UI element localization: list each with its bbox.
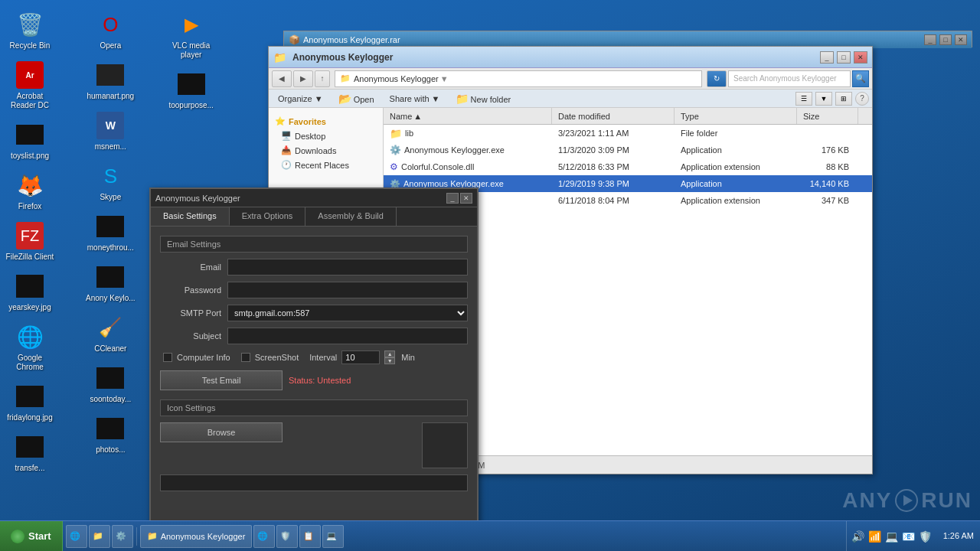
taskbar-explorer-icon[interactable]: 📁 <box>89 525 110 548</box>
taskbar-settings-icon[interactable]: ⚙️ <box>112 525 133 548</box>
email-input[interactable] <box>227 259 468 276</box>
rar-minimize-btn[interactable]: _ <box>924 34 936 45</box>
tray-icon-3[interactable]: 💻 <box>885 530 899 543</box>
start-button[interactable]: Start <box>0 521 63 551</box>
desktop-icon-vlc[interactable]: ▶ VLC media player <box>165 6 218 63</box>
toopurpose-icon <box>176 69 207 99</box>
explorer-close-btn[interactable]: ✕ <box>854 51 867 64</box>
taskbar-cmd-item[interactable]: 💻 <box>322 525 344 548</box>
tray-icon-2[interactable]: 📶 <box>868 530 882 543</box>
sidebar-item-recent-places[interactable]: 🕐 Recent Places <box>272 158 380 172</box>
rar-window[interactable]: 📦 Anonymous Keylogger.rar _ □ ✕ <box>283 31 972 47</box>
computer-info-checkbox[interactable] <box>163 353 172 362</box>
col-name-header[interactable]: Name ▲ <box>384 108 552 124</box>
desktop-icon-anon-kl[interactable]: Anony Keylo... <box>83 259 137 306</box>
interval-input[interactable] <box>341 350 380 364</box>
desktop-icon-fridaylong[interactable]: fridaylong.jpg <box>3 378 57 425</box>
address-bar[interactable]: 📁 Anonymous Keylogger ▼ <box>335 70 702 87</box>
desktop-icon-moneythrough[interactable]: moneythrou... <box>83 208 137 256</box>
desktop-icon-humanart[interactable]: humanart.png <box>83 57 137 104</box>
taskbar-anon-kl-item[interactable]: 📁 Anonymous Keylogger <box>140 525 253 548</box>
password-input[interactable] <box>227 282 468 298</box>
new-folder-menu[interactable]: 📁 New folder <box>449 91 518 106</box>
sidebar-desktop-label: Desktop <box>295 132 325 141</box>
share-with-menu[interactable]: Share with ▼ <box>384 93 446 105</box>
taskbar-shield-item[interactable]: 🛡️ <box>276 525 298 548</box>
toyslist-icon <box>15 119 45 150</box>
tray-icon-5[interactable]: 🛡️ <box>919 530 933 543</box>
search-box[interactable]: Search Anonymous Keylogger <box>728 70 851 87</box>
rar-maximize-btn[interactable]: □ <box>939 34 952 45</box>
rar-close-btn[interactable]: ✕ <box>955 34 967 45</box>
sidebar-item-downloads[interactable]: 📥 Downloads <box>272 143 380 158</box>
organize-menu[interactable]: Organize ▼ <box>272 93 329 105</box>
desktop-icon-soontoday[interactable]: soontoday... <box>83 360 137 407</box>
up-button[interactable]: ↑ <box>315 70 330 87</box>
col-size-header[interactable]: Size <box>797 108 858 124</box>
desktop-icon-toopurpose[interactable]: toopurpose... <box>165 66 218 113</box>
tab-extra-options[interactable]: Extra Options <box>230 207 306 226</box>
desktop-icon-opera[interactable]: O Opera <box>83 6 137 54</box>
icon-path-input[interactable] <box>160 474 468 491</box>
desktop-icon-ccleaner[interactable]: 🧹 CCleaner <box>83 309 137 357</box>
spin-down-btn[interactable]: ▼ <box>384 357 395 364</box>
help-button[interactable]: ? <box>855 92 869 106</box>
svg-marker-1 <box>903 495 913 506</box>
view-dropdown-btn[interactable]: ▼ <box>815 92 832 106</box>
screenshot-label: ScreenShot <box>255 353 299 362</box>
msn-label: msnem... <box>95 142 126 152</box>
taskbar-clock[interactable]: 1:26 AM <box>937 530 980 542</box>
tray-icon-4[interactable]: 📧 <box>902 530 916 543</box>
spin-up-btn[interactable]: ▲ <box>384 350 395 357</box>
dll-icon: ⚙ <box>390 161 398 172</box>
soontoday-icon <box>95 363 126 393</box>
desktop-icon-filezilla[interactable]: FZ FileZilla Client <box>3 217 57 265</box>
view-details-btn[interactable]: ☰ <box>795 92 812 106</box>
taskbar-chrome-item[interactable]: 🌐 <box>253 525 275 548</box>
desktop-icon-acrobat[interactable]: Ar Acrobat Reader DC <box>3 57 57 113</box>
desktop-icon-skype[interactable]: S Skype <box>83 158 137 205</box>
desktop-icon-chrome[interactable]: 🌐 Google Chrome <box>3 318 57 375</box>
desktop-icon-msn[interactable]: W msnem... <box>83 107 137 155</box>
filezilla-icon: FZ <box>15 220 45 251</box>
tray-icon-1[interactable]: 🔊 <box>851 530 865 543</box>
preview-pane-btn[interactable]: ⊞ <box>835 92 852 106</box>
table-row[interactable]: 📁 lib 3/23/2021 1:11 AM File folder <box>384 125 872 142</box>
interval-spinner[interactable]: ▲ ▼ <box>384 350 395 364</box>
recycle-bin-label: Recycle Bin <box>10 41 51 51</box>
desktop-icon-recycle-bin[interactable]: 🗑️ Recycle Bin <box>3 6 57 54</box>
desktop-icon-photos[interactable]: photos... <box>83 410 137 458</box>
desktop-icon-transfer[interactable]: transfe... <box>3 429 57 476</box>
col-type-header[interactable]: Type <box>675 108 797 124</box>
table-row[interactable]: ⚙ Colorful.Console.dll 5/12/2018 6:33 PM… <box>384 158 872 175</box>
search-button[interactable]: 🔍 <box>852 70 869 87</box>
sidebar-item-desktop[interactable]: 🖥️ Desktop <box>272 129 380 143</box>
kl-minimize-btn[interactable]: _ <box>446 193 459 204</box>
taskbar-ie-icon[interactable]: 🌐 <box>66 525 87 548</box>
explorer-minimize-btn[interactable]: _ <box>820 51 834 64</box>
recent-places-icon: 🕐 <box>281 160 292 170</box>
open-menu[interactable]: 📂 Open <box>332 91 381 106</box>
back-button[interactable]: ◀ <box>272 70 292 87</box>
yearskey-icon <box>15 271 45 302</box>
file-size-cell: 347 KB <box>797 194 858 207</box>
col-date-header[interactable]: Date modified <box>552 108 675 124</box>
tab-assembly-build[interactable]: Assembly & Build <box>305 207 397 226</box>
desktop-icon-firefox[interactable]: 🦊 Firefox <box>3 167 57 214</box>
favorites-header[interactable]: ⭐ Favorites <box>272 114 380 129</box>
screenshot-checkbox[interactable] <box>241 353 250 362</box>
test-email-button[interactable]: Test Email <box>160 370 283 390</box>
table-row[interactable]: ⚙️ Anonymous Keylogger.exe 11/3/2020 3:0… <box>384 142 872 158</box>
desktop-icon-toyslist[interactable]: toyslist.png <box>3 116 57 164</box>
explorer-maximize-btn[interactable]: □ <box>837 51 851 64</box>
forward-button[interactable]: ▶ <box>293 70 313 87</box>
taskbar-task-item[interactable]: 📋 <box>299 525 321 548</box>
tab-basic-settings[interactable]: Basic Settings <box>151 207 230 226</box>
browse-button[interactable]: Browse <box>160 422 283 442</box>
desktop-icon-yearskey[interactable]: yearskey.jpg <box>3 268 57 315</box>
file-type-cell: Application extension <box>675 161 797 173</box>
kl-close-btn[interactable]: ✕ <box>460 193 472 204</box>
subject-input[interactable] <box>227 328 468 344</box>
refresh-button[interactable]: ↻ <box>707 70 727 87</box>
smtp-port-select[interactable]: smtp.gmail.com:587 <box>227 305 468 321</box>
